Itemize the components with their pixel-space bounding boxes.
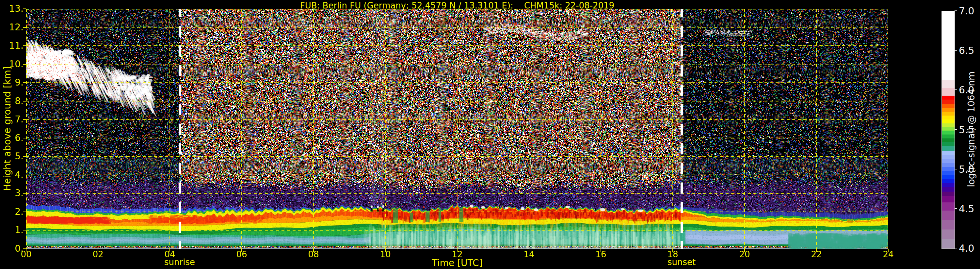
y-tick-label: 13. — [0, 3, 24, 14]
lidar-heatmap — [26, 9, 888, 249]
y-tick-mark — [23, 212, 26, 212]
y-tick-mark — [23, 138, 26, 138]
y-tick-mark — [23, 175, 26, 175]
y-tick-label: 3. — [0, 188, 24, 199]
colorbar-tick-label: 4.5 — [959, 203, 974, 214]
colorbar-tick-label: 6.5 — [959, 45, 974, 56]
y-tick-label: 5. — [0, 151, 24, 162]
y-tick-label: 12. — [0, 22, 24, 32]
y-tick-mark — [23, 101, 26, 102]
y-tick-mark — [23, 82, 26, 83]
colorbar-tick-label: 5.0 — [959, 163, 974, 175]
y-tick-label: 8. — [0, 96, 24, 107]
x-tick-mark — [744, 249, 745, 252]
x-tick-mark — [888, 249, 889, 252]
colorbar-tick-mark — [955, 208, 957, 209]
y-tick-label: 0. — [0, 243, 24, 254]
y-tick-mark — [23, 156, 26, 157]
x-tick-mark — [529, 249, 529, 252]
x-tick-mark — [98, 249, 98, 252]
x-tick-mark — [816, 249, 817, 252]
x-tick-mark — [672, 249, 673, 252]
y-tick-label: 7. — [0, 114, 24, 125]
colorbar-tick-mark — [955, 10, 957, 11]
colorbar-tick-mark — [955, 129, 957, 130]
colorbar-tick-mark — [955, 248, 957, 248]
colorbar — [942, 11, 955, 249]
lidar-quicklook-app: FUB: Berlin FU (Germany; 52.4579 N / 13.… — [0, 0, 980, 269]
x-tick-mark — [313, 249, 314, 252]
y-tick-mark — [23, 119, 26, 120]
y-tick-label: 2. — [0, 206, 24, 217]
colorbar-tick-mark — [955, 89, 957, 90]
x-tick-mark — [385, 249, 386, 252]
y-tick-mark — [23, 8, 26, 9]
x-tick-mark — [241, 249, 242, 252]
colorbar-tick-label: 7.0 — [959, 5, 974, 17]
colorbar-tick-label: 4.0 — [959, 243, 974, 254]
y-tick-mark — [23, 64, 26, 65]
y-tick-label: 1. — [0, 224, 24, 236]
y-tick-label: 9. — [0, 77, 24, 88]
y-tick-mark — [23, 45, 26, 46]
y-tick-label: 4. — [0, 169, 24, 180]
y-tick-label: 11. — [0, 40, 24, 51]
y-tick-label: 6. — [0, 132, 24, 143]
x-tick-mark — [601, 249, 601, 252]
y-tick-label: 10. — [0, 59, 24, 69]
colorbar-tick-mark — [955, 50, 957, 51]
colorbar-tick-label: 6.0 — [959, 84, 974, 96]
x-tick-mark — [26, 249, 27, 252]
x-tick-mark — [457, 249, 458, 252]
y-tick-mark — [23, 230, 26, 231]
y-tick-mark — [23, 193, 26, 194]
colorbar-tick-mark — [955, 169, 957, 169]
y-tick-mark — [23, 27, 26, 28]
x-tick-mark — [169, 249, 170, 252]
colorbar-tick-label: 5.5 — [959, 124, 974, 135]
